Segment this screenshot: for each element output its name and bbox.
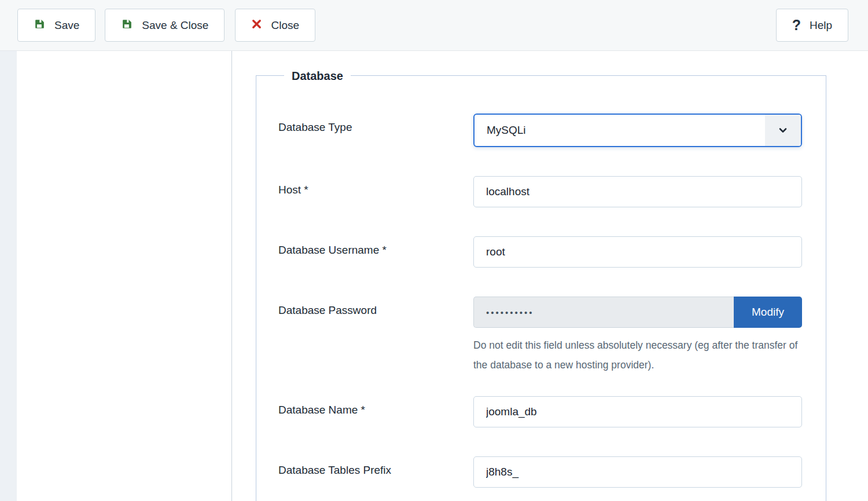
database-username-input[interactable] xyxy=(473,236,802,268)
close-button-label: Close xyxy=(271,19,299,32)
database-fieldset: Database Database Type MySQLi xyxy=(256,75,826,501)
question-mark-icon: ? xyxy=(792,18,801,32)
sidebar-empty-column xyxy=(17,51,232,501)
database-name-row: Database Name * xyxy=(278,396,802,427)
main-content: Database Database Type MySQLi xyxy=(232,51,868,501)
database-type-label: Database Type xyxy=(278,114,473,147)
help-button[interactable]: ? Help xyxy=(776,9,848,42)
database-username-label: Database Username * xyxy=(278,236,473,268)
database-tables-prefix-row: Database Tables Prefix xyxy=(278,456,802,488)
database-password-row: Database Password Modify Do not edit thi… xyxy=(278,297,802,375)
database-password-label: Database Password xyxy=(278,297,473,375)
database-type-selected-value: MySQLi xyxy=(475,124,765,137)
save-button[interactable]: Save xyxy=(17,9,95,42)
fieldset-legend: Database xyxy=(284,67,351,85)
save-and-close-button-label: Save & Close xyxy=(142,19,208,32)
toolbar: Save Save & Close Close ? Help xyxy=(0,0,868,51)
modify-password-button[interactable]: Modify xyxy=(734,297,802,328)
host-row: Host * xyxy=(278,176,802,207)
database-name-input[interactable] xyxy=(473,396,802,427)
x-mark-icon xyxy=(251,19,262,32)
database-tables-prefix-input[interactable] xyxy=(473,456,802,488)
chevron-down-icon xyxy=(765,115,801,146)
help-button-label: Help xyxy=(810,19,832,32)
host-input[interactable] xyxy=(473,176,802,207)
save-and-close-button[interactable]: Save & Close xyxy=(105,9,225,42)
floppy-disk-icon xyxy=(34,18,46,33)
database-type-select[interactable]: MySQLi xyxy=(473,114,802,147)
host-label: Host * xyxy=(278,176,473,207)
floppy-disk-icon xyxy=(121,18,133,33)
database-password-input xyxy=(473,297,734,328)
database-password-group: Modify xyxy=(473,297,802,328)
database-tables-prefix-label: Database Tables Prefix xyxy=(278,456,473,488)
collapsed-menu-rail xyxy=(0,51,17,501)
close-button[interactable]: Close xyxy=(235,9,315,42)
database-password-hint: Do not edit this field unless absolutely… xyxy=(473,335,802,375)
content-area: Database Database Type MySQLi xyxy=(0,51,868,501)
database-type-row: Database Type MySQLi xyxy=(278,114,802,147)
save-button-label: Save xyxy=(54,19,79,32)
database-username-row: Database Username * xyxy=(278,236,802,268)
database-name-label: Database Name * xyxy=(278,396,473,427)
